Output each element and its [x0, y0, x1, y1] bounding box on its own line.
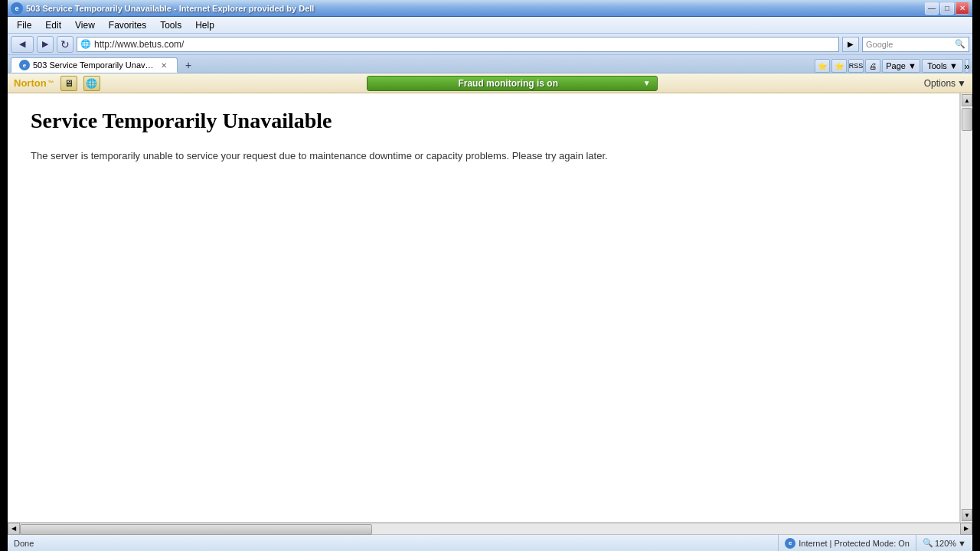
- scrollbar-up-button[interactable]: ▲: [962, 94, 972, 106]
- norton-logo: Norton™: [14, 77, 54, 89]
- scrollbar-down-button[interactable]: ▼: [962, 509, 972, 521]
- menu-file[interactable]: File: [11, 18, 38, 32]
- search-placeholder: Google: [866, 40, 893, 49]
- status-text: Done: [8, 539, 778, 548]
- add-favorites-icon[interactable]: ⭐: [831, 59, 847, 73]
- menu-help[interactable]: Help: [189, 18, 220, 32]
- tools-button[interactable]: Tools ▼: [922, 59, 963, 73]
- page-body: The server is temporarily unable to serv…: [31, 148, 936, 164]
- fraud-indicator[interactable]: Fraud monitoring is on ▼: [367, 76, 658, 91]
- content-wrapper: Service Temporarily Unavailable The serv…: [8, 93, 972, 522]
- norton-options-button[interactable]: Options ▼: [924, 78, 966, 89]
- norton-screen-button[interactable]: 🖥: [60, 76, 77, 91]
- zoom-control[interactable]: 🔍 120% ▼: [916, 535, 972, 552]
- page-button[interactable]: Page ▼: [882, 59, 920, 73]
- refresh-button[interactable]: ↻: [57, 36, 74, 53]
- hscroll-left-button[interactable]: ◀: [8, 523, 20, 535]
- browser-icon: e: [11, 2, 23, 15]
- menu-edit[interactable]: Edit: [39, 18, 67, 32]
- norton-globe-button[interactable]: 🌐: [83, 76, 100, 91]
- tab-bar-right: ⭐ ⭐ RSS 🖨 Page ▼ Tools ▼ »: [196, 59, 969, 73]
- rss-icon[interactable]: RSS: [848, 59, 864, 73]
- tab-icon: e: [19, 60, 30, 70]
- minimize-button[interactable]: —: [925, 2, 939, 15]
- forward-button[interactable]: ▶: [37, 36, 54, 53]
- tab-bar: e 503 Service Temporarily Unavailable ✕ …: [8, 55, 972, 73]
- scrollbar-thumb[interactable]: [962, 108, 972, 131]
- hscroll-right-button[interactable]: ▶: [960, 523, 972, 535]
- vertical-scrollbar[interactable]: ▲ ▼: [960, 93, 972, 522]
- url-text: http://www.betus.com/: [94, 39, 184, 50]
- new-tab-button[interactable]: +: [181, 57, 196, 73]
- menu-favorites[interactable]: Favorites: [103, 18, 152, 32]
- browser-tab[interactable]: e 503 Service Temporarily Unavailable ✕: [11, 57, 178, 73]
- maximize-button[interactable]: □: [940, 2, 954, 15]
- fraud-dropdown-arrow[interactable]: ▼: [643, 79, 651, 87]
- zoom-icon: 🔍: [923, 538, 933, 548]
- page-heading: Service Temporarily Unavailable: [31, 109, 936, 133]
- zoom-arrow: ▼: [958, 539, 966, 548]
- favorites-icon[interactable]: ⭐: [815, 59, 830, 73]
- close-button[interactable]: ✕: [956, 2, 969, 15]
- address-bar: ◀ ▶ ↻ 🌐 http://www.betus.com/ ▶ Google 🔍: [8, 34, 972, 55]
- back-button[interactable]: ◀: [11, 36, 34, 53]
- title-bar: e 503 Service Temporarily Unavailable - …: [8, 0, 972, 17]
- menu-tools[interactable]: Tools: [154, 18, 188, 32]
- status-bar: Done e Internet | Protected Mode: On 🔍 1…: [8, 534, 972, 551]
- go-button[interactable]: ▶: [842, 37, 859, 52]
- internet-text: Internet | Protected Mode: On: [799, 539, 910, 548]
- fraud-monitoring-bar: Fraud monitoring is on ▼: [106, 76, 918, 91]
- fraud-monitoring-text: Fraud monitoring is on: [374, 78, 643, 89]
- hscroll-thumb[interactable]: [20, 524, 372, 535]
- search-icon: 🔍: [955, 39, 965, 49]
- address-input[interactable]: 🌐 http://www.betus.com/: [77, 37, 839, 52]
- title-bar-buttons: — □ ✕: [925, 2, 969, 15]
- menu-bar: File Edit View Favorites Tools Help: [8, 17, 972, 34]
- print-icon[interactable]: 🖨: [865, 59, 880, 73]
- search-box[interactable]: Google 🔍: [862, 37, 969, 52]
- hscroll-track: [20, 523, 960, 535]
- internet-protected-status: e Internet | Protected Mode: On: [778, 535, 916, 552]
- tab-close-button[interactable]: ✕: [158, 60, 169, 70]
- content-area: Service Temporarily Unavailable The serv…: [8, 93, 960, 522]
- tab-label: 503 Service Temporarily Unavailable: [33, 60, 155, 70]
- menu-view[interactable]: View: [69, 18, 101, 32]
- window-title: 503 Service Temporarily Unavailable - In…: [26, 4, 314, 13]
- zoom-level: 120%: [935, 539, 956, 548]
- chevron-right-button[interactable]: »: [965, 59, 969, 73]
- horizontal-scrollbar[interactable]: ◀ ▶: [8, 522, 972, 534]
- norton-toolbar: Norton™ 🖥 🌐 Fraud monitoring is on ▼ Opt…: [8, 73, 972, 93]
- internet-icon: e: [785, 538, 795, 549]
